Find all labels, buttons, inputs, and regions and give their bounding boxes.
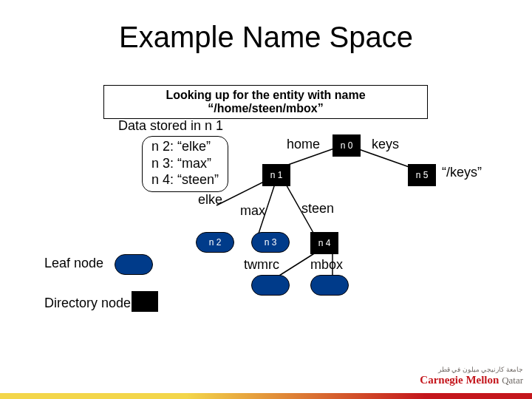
edge-label-elke: elke bbox=[198, 192, 222, 208]
leaf-twmrc bbox=[251, 275, 290, 296]
edge-label-mbox: mbox bbox=[310, 257, 343, 273]
legend-leaf-icon bbox=[115, 254, 153, 275]
edge-label-keys-quoted: “/keys” bbox=[442, 165, 482, 180]
edge-label-steen: steen bbox=[301, 201, 334, 216]
data-line-2: n 3: “max” bbox=[151, 155, 219, 172]
edge-label-twmrc: twmrc bbox=[244, 257, 279, 273]
logo-arabic: جامعة كارنيجي ميلون في قطر bbox=[420, 366, 523, 373]
node-n4: n 4 bbox=[310, 232, 338, 254]
edges-svg bbox=[0, 0, 532, 399]
logo-english: Carnegie Mellon Qatar bbox=[420, 375, 523, 386]
node-n0: n 0 bbox=[332, 134, 361, 157]
slide-title: Example Name Space bbox=[0, 21, 532, 54]
legend-dir-icon bbox=[132, 291, 158, 312]
data-line-1: n 2: “elke” bbox=[151, 138, 219, 155]
logo-en-sub: Qatar bbox=[502, 375, 523, 386]
node-n3: n 3 bbox=[251, 232, 290, 253]
legend-dir-label: Directory node bbox=[44, 296, 131, 311]
node-n2: n 2 bbox=[196, 232, 234, 253]
node-n5: n 5 bbox=[408, 164, 436, 186]
footer-gradient bbox=[0, 393, 532, 399]
data-line-3: n 4: “steen” bbox=[151, 171, 219, 188]
edge-label-max: max bbox=[240, 203, 265, 219]
node-n1: n 1 bbox=[262, 164, 290, 186]
data-box: n 2: “elke” n 3: “max” n 4: “steen” bbox=[142, 136, 228, 192]
logo-en-main: Carnegie Mellon bbox=[420, 374, 499, 386]
legend-leaf-label: Leaf node bbox=[44, 256, 103, 271]
lookup-box: Looking up for the entity with name “/ho… bbox=[103, 85, 428, 119]
stored-in-n1-label: Data stored in n 1 bbox=[118, 118, 223, 134]
leaf-mbox bbox=[310, 275, 349, 296]
edge-label-home: home bbox=[287, 137, 320, 152]
edge-label-keys: keys bbox=[372, 137, 399, 152]
footer-logo: جامعة كارنيجي ميلون في قطر Carnegie Mell… bbox=[420, 366, 523, 386]
